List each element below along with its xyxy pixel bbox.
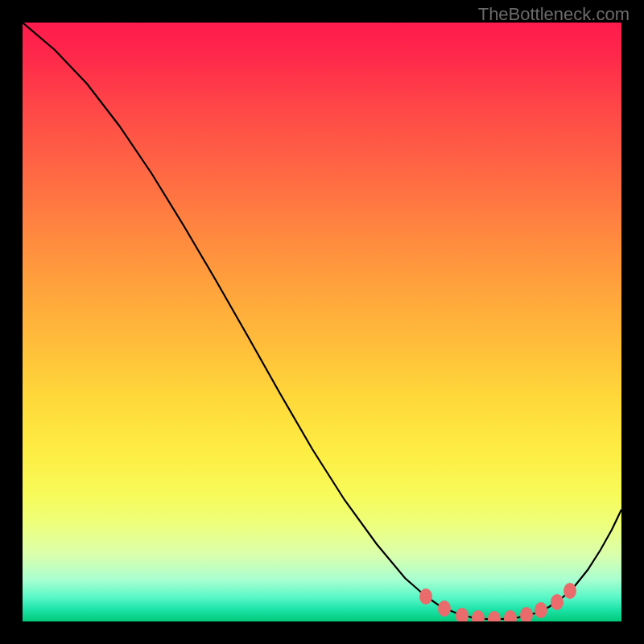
marker-point — [438, 601, 451, 617]
chart-svg — [23, 23, 621, 621]
marker-point — [520, 607, 533, 621]
marker-point — [419, 588, 432, 605]
marker-point — [488, 611, 501, 621]
plot-area — [23, 23, 621, 621]
marker-point — [472, 610, 485, 621]
marker-point — [504, 610, 517, 621]
marker-point — [456, 608, 469, 621]
marker-point — [535, 602, 547, 618]
marker-point — [551, 594, 564, 610]
curve-line — [23, 23, 621, 619]
markers-group — [419, 583, 576, 621]
marker-point — [564, 583, 576, 599]
watermark-text: TheBottleneck.com — [478, 4, 630, 25]
